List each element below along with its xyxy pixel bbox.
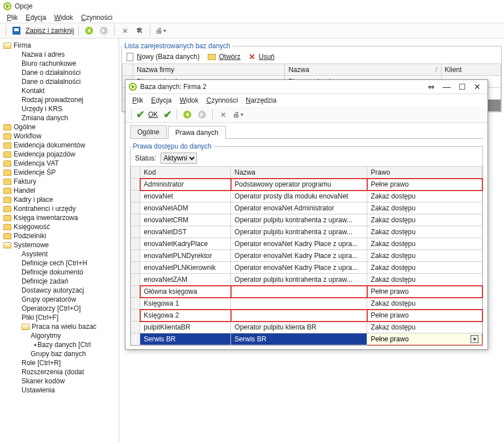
- tree-item[interactable]: Ogólne: [0, 122, 119, 132]
- tree-item[interactable]: Dane o działalności: [0, 77, 119, 86]
- tree-item[interactable]: Praca na wielu bazac: [0, 322, 119, 331]
- tree-item[interactable]: Nazwa i adres: [0, 50, 119, 59]
- col-prawo[interactable]: Prawo: [367, 167, 482, 179]
- new-db-button[interactable]: Nowy (Baza danych): [137, 53, 200, 61]
- printer-icon[interactable]: [155, 25, 166, 36]
- dialog-forward-button[interactable]: [196, 109, 208, 120]
- table-row[interactable]: enovaNetPLNKierownikOperator enovaNet Ka…: [131, 262, 482, 274]
- tree-item[interactable]: Księgowość: [0, 222, 119, 231]
- menu-edycja[interactable]: Edycja: [26, 14, 46, 22]
- tree-item[interactable]: Ewidencja dokumentów: [0, 141, 119, 150]
- col-client[interactable]: Klient: [441, 64, 501, 76]
- restore-icon[interactable]: ⇔: [428, 82, 435, 91]
- tree-item[interactable]: Kontakt: [0, 86, 119, 95]
- tree-item[interactable]: Zmiana danych: [0, 113, 119, 122]
- ok-button[interactable]: OK: [148, 111, 158, 119]
- tree-item[interactable]: ✦Bazy danych [Ctrl: [0, 340, 119, 349]
- tree-item[interactable]: Kadry i płace: [0, 195, 119, 204]
- col-name[interactable]: Nazwa/: [285, 64, 441, 76]
- col-firm[interactable]: Nazwa firmy: [133, 64, 285, 76]
- tree-item[interactable]: Pliki [Ctrl+F]: [0, 313, 119, 322]
- menu-czynnosci[interactable]: Czynności: [81, 14, 112, 22]
- nav-tree[interactable]: FirmaNazwa i adresBiuro rachunkoweDane o…: [0, 39, 119, 442]
- table-row[interactable]: enovaNetADMOperator enovaNet Administrat…: [131, 202, 482, 214]
- dialog-tools-icon[interactable]: [217, 109, 229, 120]
- rights-table[interactable]: Kod Nazwa Prawo AdministratorPodstawowy …: [131, 166, 482, 345]
- dmenu-narzedzia[interactable]: Narzędzia: [246, 96, 276, 104]
- table-row[interactable]: enovaNetKadryPlaceOperator enovaNet Kadr…: [131, 238, 482, 250]
- tree-item[interactable]: Dostawcy autoryzacj: [0, 286, 119, 295]
- tree-item[interactable]: Definicje dokumentó: [0, 268, 119, 277]
- table-row[interactable]: ISerwis BRSerwis BRPełne prawo▾: [131, 333, 482, 345]
- gears-icon[interactable]: [134, 25, 145, 36]
- tree-item[interactable]: Definicje zadań: [0, 277, 119, 286]
- close-icon[interactable]: ✕: [474, 82, 481, 91]
- tree-item[interactable]: Ewidencja pojazdów: [0, 150, 119, 159]
- tree-item[interactable]: Firma: [0, 41, 119, 50]
- dmenu-widok[interactable]: Widok: [179, 96, 198, 104]
- tree-item[interactable]: Księga inwentarzowa: [0, 213, 119, 222]
- nav-forward-button[interactable]: [98, 25, 110, 36]
- delete-db-button[interactable]: Usuń: [259, 53, 275, 61]
- status-select[interactable]: Aktywni: [161, 153, 197, 164]
- tree-item[interactable]: Podzielniki: [0, 231, 119, 240]
- table-row[interactable]: Główna księgowaPełne prawo: [131, 286, 482, 298]
- window-title: Opcje: [15, 2, 32, 10]
- tree-item[interactable]: Systemowe: [0, 240, 119, 250]
- tree-item[interactable]: Faktury: [0, 177, 119, 186]
- tree-item[interactable]: Ewidencje ŚP: [0, 168, 119, 177]
- tree-item[interactable]: Handel: [0, 186, 119, 195]
- tree-item[interactable]: Rozszerzenia (dodat: [0, 367, 119, 377]
- table-row[interactable]: enovaNetPLNDyrektorOperator enovaNet Kad…: [131, 250, 482, 262]
- tree-item[interactable]: Skaner kodów: [0, 377, 119, 386]
- tree-item[interactable]: Operatorzy [Ctrl+O]: [0, 304, 119, 313]
- col-kod[interactable]: Kod: [140, 167, 231, 179]
- open-db-button[interactable]: Otwórz: [219, 53, 241, 61]
- menu-plik[interactable]: Plik: [7, 14, 18, 22]
- tree-item[interactable]: Biuro rachunkowe: [0, 59, 119, 68]
- table-row[interactable]: Księgowa 2Pełne prawo: [131, 310, 482, 322]
- tree-item[interactable]: Grupy baz danych: [0, 349, 119, 358]
- chevron-down-icon[interactable]: ▾: [471, 335, 478, 343]
- tree-item[interactable]: Ewidencja VAT: [0, 159, 119, 168]
- tree-item[interactable]: Algorytmy: [0, 331, 119, 340]
- table-row[interactable]: enovaNetOperator prosty dla modułu enova…: [131, 191, 482, 202]
- table-row[interactable]: enovaNetDSTOperator pulpitu kontrahenta …: [131, 226, 482, 238]
- dmenu-edycja[interactable]: Edycja: [151, 96, 171, 104]
- tree-item[interactable]: Role [Ctrl+R]: [0, 358, 119, 367]
- table-row[interactable]: Księgowa 1Zakaz dostępu: [131, 298, 482, 310]
- tree-item[interactable]: Rodzaj prowadzonej: [0, 95, 119, 104]
- check-icon[interactable]: ✔: [136, 108, 145, 121]
- table-row[interactable]: AdministratorPodstawowy operator program…: [131, 179, 482, 191]
- folder-icon: [22, 324, 30, 330]
- dialog-printer-icon[interactable]: [232, 109, 243, 120]
- menu-widok[interactable]: Widok: [54, 14, 73, 22]
- table-row[interactable]: enovaNetCRMOperator pulpitu kontrahenta …: [131, 214, 482, 226]
- dmenu-czynnosci[interactable]: Czynności: [207, 96, 238, 104]
- minimize-icon[interactable]: —: [443, 82, 451, 91]
- check-all-icon[interactable]: ✔: [163, 108, 172, 121]
- tree-item[interactable]: Ustawienia: [0, 386, 119, 395]
- save-close-button[interactable]: Zapisz i zamknij: [26, 27, 74, 35]
- nav-back-button[interactable]: [83, 25, 95, 36]
- col-nazwa[interactable]: Nazwa: [231, 167, 367, 179]
- tab-ogolne[interactable]: Ogólne: [130, 125, 167, 138]
- save-icon[interactable]: [11, 25, 22, 36]
- tree-item[interactable]: Definicje cech [Ctrl+H: [0, 259, 119, 268]
- table-row[interactable]: pulpitKlientaBROperator pulpitu klienta …: [131, 322, 482, 333]
- table-row[interactable]: enovaNetZAMOperator pulpitu kontrahenta …: [131, 274, 482, 286]
- tree-item[interactable]: Urzędy i KRS: [0, 104, 119, 113]
- tree-label: Pliki [Ctrl+F]: [22, 314, 58, 322]
- tree-item[interactable]: Asystent: [0, 250, 119, 259]
- tools-icon[interactable]: [119, 25, 131, 36]
- tree-item[interactable]: Grupy operatorów: [0, 295, 119, 304]
- maximize-icon[interactable]: ☐: [459, 82, 466, 91]
- tree-item[interactable]: Workflow: [0, 132, 119, 141]
- dialog-back-button[interactable]: [182, 109, 193, 120]
- tree-item[interactable]: Kontrahenci i urzędy: [0, 204, 119, 213]
- folder-icon: [3, 160, 11, 167]
- tree-label: Kontakt: [22, 87, 45, 95]
- dmenu-plik[interactable]: Plik: [132, 96, 143, 104]
- tree-item[interactable]: Dane o działalności: [0, 68, 119, 77]
- tab-prawa-danych[interactable]: Prawa danych: [168, 126, 226, 139]
